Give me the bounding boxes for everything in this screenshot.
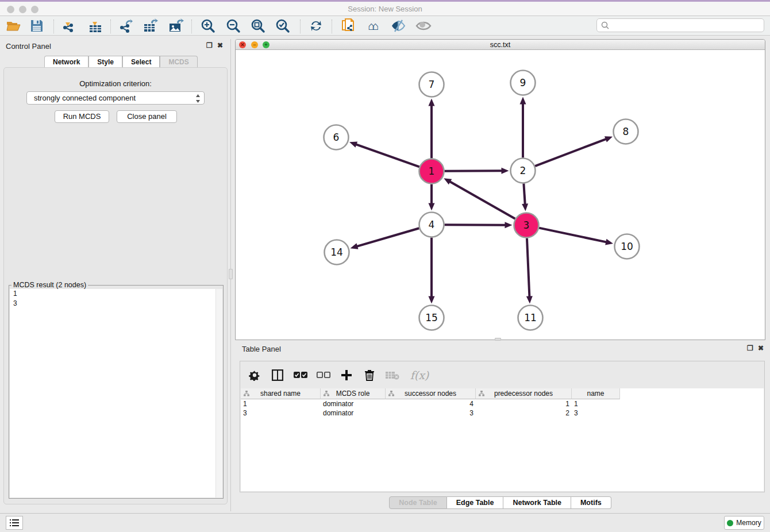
task-history-button[interactable] — [6, 516, 23, 530]
table-cell[interactable]: 1 — [572, 399, 620, 408]
window-title: Session: New Session — [0, 5, 770, 13]
edge-4-14[interactable] — [356, 228, 419, 246]
table-cell[interactable]: dominator — [321, 399, 386, 408]
edge-4-3[interactable] — [444, 225, 506, 225]
edge-2-3[interactable] — [523, 183, 525, 205]
zoom-fit-icon[interactable] — [249, 16, 267, 36]
toolbar-separator — [53, 20, 54, 33]
control-panel: Control Panel ❐ ✖ NetworkStyleSelectMCDS… — [0, 39, 231, 511]
search-input[interactable] — [612, 21, 764, 29]
edge-3-10[interactable] — [539, 228, 607, 242]
node-label-14: 14 — [330, 246, 343, 258]
list-icon — [10, 519, 19, 527]
edge-1-6[interactable] — [355, 144, 419, 167]
search-box[interactable] — [596, 18, 764, 32]
table-cell[interactable]: dominator — [321, 408, 386, 418]
table-header-row: shared nameMCDS rolesuccessor nodesprede… — [241, 388, 764, 399]
edge-arrowhead — [520, 97, 526, 105]
float-table-panel-icon[interactable]: ❐ — [747, 344, 753, 352]
export-image-icon[interactable] — [167, 16, 186, 36]
node-label-4: 4 — [429, 219, 435, 230]
network-window-titlebar[interactable]: ✕ − + scc.txt — [236, 40, 765, 50]
edge-3-1[interactable] — [449, 182, 515, 219]
deselect-all-columns-icon[interactable] — [316, 367, 331, 383]
open-folder-icon[interactable] — [5, 16, 23, 36]
split-panel-icon[interactable] — [270, 367, 285, 383]
column-header-predecessor-nodes[interactable]: predecessor nodes — [476, 388, 572, 399]
table-cell[interactable]: 3 — [572, 408, 620, 418]
node-label-9: 9 — [520, 77, 526, 88]
tab-edge-table[interactable]: Edge Table — [447, 496, 504, 509]
tab-style[interactable]: Style — [88, 56, 122, 68]
table-row[interactable]: 1dominator411 — [241, 399, 764, 408]
import-network-icon[interactable] — [59, 16, 78, 36]
panel-divider-grip[interactable] — [229, 269, 233, 279]
column-header-shared-name[interactable]: shared name — [241, 388, 321, 399]
run-mcds-button[interactable]: Run MCDS — [55, 110, 109, 123]
tab-select[interactable]: Select — [122, 56, 160, 68]
tab-motifs[interactable]: Motifs — [571, 496, 611, 509]
optimization-criterion-dropdown[interactable]: strongly connected component — [26, 91, 205, 105]
node-table-container: f(x) shared nameMCDS rolesuccessor nodes… — [240, 361, 765, 492]
search-icon — [601, 21, 609, 29]
add-column-icon[interactable] — [339, 367, 354, 383]
mcds-result-list[interactable]: 13 — [10, 289, 222, 498]
table-settings-gear-icon[interactable] — [247, 367, 262, 383]
mcds-result-title: MCDS result (2 nodes) — [11, 281, 88, 289]
column-header-name[interactable]: name — [572, 388, 620, 399]
hide-details-icon[interactable] — [388, 16, 408, 36]
close-panel-button[interactable]: Close panel — [117, 110, 177, 123]
tab-network-table[interactable]: Network Table — [503, 496, 571, 509]
table-cell[interactable]: 1 — [476, 399, 572, 408]
table-cell[interactable]: 3 — [241, 408, 321, 418]
column-header-successor-nodes[interactable]: successor nodes — [386, 388, 476, 399]
memory-button[interactable]: Memory — [724, 516, 764, 530]
clone-network-icon[interactable] — [338, 16, 358, 36]
network-graph[interactable]: 7968124314101511 — [236, 50, 765, 340]
export-table-icon[interactable] — [141, 16, 161, 36]
select-all-columns-icon[interactable] — [293, 367, 308, 383]
network-canvas[interactable]: 7968124314101511 — [236, 50, 765, 340]
float-panel-icon[interactable]: ❐ — [206, 41, 213, 49]
refresh-icon[interactable] — [307, 16, 325, 36]
control-panel-tabs: NetworkStyleSelectMCDS — [44, 56, 198, 68]
node-table[interactable]: shared nameMCDS rolesuccessor nodesprede… — [241, 388, 764, 491]
delete-table-icon-disabled — [385, 367, 400, 383]
show-details-icon[interactable] — [414, 16, 433, 36]
table-cell[interactable]: 2 — [476, 408, 572, 418]
table-cell[interactable]: 1 — [241, 399, 321, 408]
column-header-MCDS-role[interactable]: MCDS role — [321, 388, 386, 399]
tab-node-table[interactable]: Node Table — [389, 496, 446, 509]
edge-2-8[interactable] — [535, 139, 607, 166]
mcds-result-line: 1 — [10, 289, 222, 299]
close-panel-icon[interactable]: ✖ — [217, 41, 223, 49]
edge-1-2[interactable] — [444, 171, 502, 171]
memory-label: Memory — [736, 519, 761, 527]
horizontal-divider-grip[interactable] — [495, 338, 501, 341]
node-label-6: 6 — [333, 132, 340, 143]
network-view-window: ✕ − + scc.txt 7968124314101511 — [235, 39, 765, 340]
zoom-out-icon[interactable] — [224, 16, 242, 36]
first-neighbors-icon[interactable]: ⌂⌂ — [364, 16, 383, 36]
import-table-icon[interactable] — [86, 16, 105, 36]
zoom-selected-icon[interactable] — [274, 16, 292, 36]
edge-3-11[interactable] — [527, 238, 529, 297]
tab-mcds[interactable]: MCDS — [160, 56, 197, 68]
tab-network[interactable]: Network — [44, 56, 88, 68]
table-row[interactable]: 3dominator323 — [241, 408, 764, 418]
save-icon[interactable] — [28, 16, 46, 36]
memory-status-dot — [727, 520, 733, 526]
delete-column-icon[interactable] — [362, 367, 377, 383]
edge-arrowhead — [505, 222, 512, 228]
application-window: Session: New Session — [0, 0, 770, 532]
export-network-icon[interactable] — [116, 16, 136, 36]
table-cell[interactable]: 3 — [386, 408, 476, 418]
titlebar: Session: New Session — [0, 2, 770, 16]
edge-arrowhead — [429, 296, 435, 304]
dropdown-arrows-icon — [195, 94, 201, 105]
zoom-in-icon[interactable] — [199, 16, 217, 36]
mcds-result-scrollbar[interactable] — [215, 289, 222, 498]
table-tabs: Node TableEdge TableNetwork TableMotifs — [235, 496, 765, 509]
close-table-panel-icon[interactable]: ✖ — [758, 344, 764, 352]
table-cell[interactable]: 4 — [386, 399, 476, 408]
